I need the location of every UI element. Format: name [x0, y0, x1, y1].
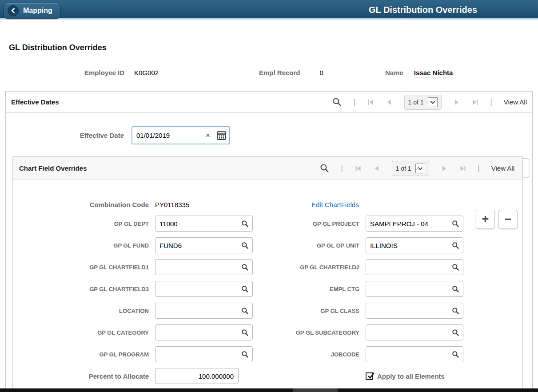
field-label-gp-gl-class: GP GL CLASS — [253, 308, 366, 314]
field-label-gp-gl-program: GP GL PROGRAM — [13, 351, 155, 358]
lookup-field-gp-gl-fund — [155, 237, 253, 253]
gp-gl-op-unit-input[interactable] — [366, 242, 451, 249]
lookup-search-icon[interactable] — [240, 307, 252, 315]
chart-field-row-actions: + − — [476, 210, 518, 229]
field-label-gp-gl-dept: GP GL DEPT — [13, 220, 155, 227]
separator: | — [490, 98, 492, 106]
gp-gl-chartfield1-input[interactable] — [155, 264, 240, 271]
lookup-field-gp-gl-chartfield1 — [155, 259, 253, 275]
gp-gl-chartfield2-input[interactable] — [366, 264, 451, 271]
back-button-mapping[interactable]: Mapping — [4, 3, 60, 19]
page-counter: 1 of 1 — [404, 95, 442, 110]
lookup-search-icon[interactable] — [451, 220, 463, 228]
lookup-field-gp-gl-category — [155, 324, 253, 340]
apply-to-all-elements-label: Apply to all Elements — [377, 372, 445, 380]
field-label-gp-gl-op-unit: GP GL OP UNIT — [253, 242, 366, 249]
gp-gl-class-input[interactable] — [366, 307, 451, 315]
separator: | — [341, 164, 343, 172]
calendar-icon[interactable] — [213, 130, 229, 141]
empl-record-group: Empl Record 0 — [259, 69, 323, 79]
field-label-gp-gl-fund: GP GL FUND — [13, 242, 155, 249]
lookup-field-gp-gl-subcategory — [366, 324, 463, 340]
field-label-jobcode: JOBCODE — [253, 351, 366, 358]
effective-dates-body: Effective Date × + − — [6, 126, 532, 144]
next-page-icon[interactable] — [453, 99, 460, 106]
percent-to-allocate-cell — [155, 368, 253, 384]
chart-field-grid: GP GL DEPT GP GL PROJECT GP GL FUND — [13, 216, 522, 384]
last-page-icon[interactable] — [459, 165, 466, 172]
chevron-down-icon[interactable] — [415, 164, 425, 173]
gp-gl-project-input[interactable] — [366, 220, 451, 228]
lookup-search-icon[interactable] — [451, 264, 463, 271]
effective-dates-header: Effective Dates | 1 of 1 — [6, 92, 532, 113]
search-icon[interactable] — [320, 164, 329, 173]
apply-to-all-elements-group: Apply to all Elements — [366, 372, 463, 380]
lookup-search-icon[interactable] — [240, 264, 252, 271]
lookup-field-gp-gl-class — [366, 303, 463, 319]
page-counter: 1 of 1 — [392, 161, 429, 176]
employee-name-link[interactable]: Issac Nichta — [414, 69, 453, 77]
gp-gl-dept-input[interactable] — [155, 220, 240, 228]
view-all-link[interactable]: View All — [491, 164, 514, 172]
effective-dates-title: Effective Dates — [11, 98, 59, 106]
lookup-search-icon[interactable] — [451, 307, 463, 315]
next-page-icon[interactable] — [441, 165, 448, 172]
gp-gl-category-input[interactable] — [155, 329, 240, 336]
chart-field-overrides-pagination: | 1 of 1 — [320, 161, 514, 176]
gp-gl-chartfield3-input[interactable] — [155, 285, 240, 293]
lookup-field-location — [155, 303, 253, 319]
location-input[interactable] — [155, 307, 240, 315]
lookup-field-gp-gl-chartfield3 — [155, 281, 253, 297]
lookup-search-icon[interactable] — [240, 351, 252, 358]
lookup-field-gp-gl-chartfield2 — [366, 259, 463, 275]
edit-chartfields-link[interactable]: Edit ChartFields — [311, 201, 359, 208]
previous-page-icon[interactable] — [386, 99, 393, 106]
empl-ctg-input[interactable] — [366, 285, 451, 293]
clear-date-icon[interactable]: × — [203, 131, 213, 140]
field-label-gp-gl-project: GP GL PROJECT — [253, 220, 366, 227]
effective-dates-pagination: | 1 of 1 | — [332, 95, 527, 110]
lookup-search-icon[interactable] — [240, 329, 252, 336]
lookup-search-icon[interactable] — [451, 242, 463, 249]
gp-gl-program-input[interactable] — [155, 351, 240, 358]
view-all-link[interactable]: View All — [504, 98, 527, 106]
lookup-search-icon[interactable] — [451, 285, 463, 293]
employee-id-group: Employee ID K0G002 — [84, 69, 159, 79]
first-page-icon[interactable] — [355, 165, 362, 172]
percent-to-allocate-input[interactable] — [155, 368, 239, 384]
chart-field-overrides-title: Chart Field Overrides — [19, 164, 87, 172]
lookup-search-icon[interactable] — [240, 285, 252, 293]
chevron-down-icon[interactable] — [428, 97, 438, 107]
add-row-button[interactable]: + — [476, 210, 495, 229]
lookup-search-icon[interactable] — [240, 220, 252, 228]
previous-page-icon[interactable] — [373, 165, 380, 172]
delete-row-button[interactable]: − — [498, 210, 518, 229]
combination-code-row: Combination Code PY0118335 Edit ChartFie… — [13, 201, 522, 208]
scrollbar-thumb[interactable] — [293, 388, 338, 392]
combination-code-label: Combination Code — [13, 201, 155, 208]
top-banner: Mapping GL Distribution Overrides — [0, 0, 538, 20]
employee-name-group: Name Issac Nichta — [385, 69, 453, 79]
employee-name-label: Name — [385, 69, 403, 76]
horizontal-scrollbar[interactable] — [0, 388, 538, 392]
lookup-search-icon[interactable] — [451, 351, 463, 358]
effective-date-input[interactable] — [132, 132, 203, 139]
search-icon[interactable] — [332, 97, 342, 107]
field-label-gp-gl-subcategory: GP GL SUBCATEGORY — [253, 329, 366, 336]
empl-record-label: Empl Record — [259, 69, 300, 76]
lookup-field-gp-gl-dept — [155, 216, 253, 232]
employee-id-label: Employee ID — [84, 69, 124, 76]
chart-field-overrides-panel: Chart Field Overrides | 1 of 1 — [12, 156, 523, 392]
last-page-icon[interactable] — [472, 99, 479, 106]
gp-gl-subcategory-input[interactable] — [366, 329, 451, 336]
first-page-icon[interactable] — [367, 99, 374, 106]
lookup-search-icon[interactable] — [240, 242, 252, 249]
gp-gl-fund-input[interactable] — [155, 242, 240, 249]
lookup-field-gp-gl-program — [155, 346, 253, 362]
apply-to-all-elements-checkbox[interactable] — [366, 372, 373, 380]
gl-distribution-overrides-page: Mapping GL Distribution Overrides GL Dis… — [0, 0, 538, 392]
page-count-label: 1 of 1 — [408, 99, 424, 106]
lookup-search-icon[interactable] — [451, 329, 463, 336]
field-label-empl-ctg: EMPL CTG — [253, 286, 366, 292]
jobcode-input[interactable] — [366, 351, 451, 358]
